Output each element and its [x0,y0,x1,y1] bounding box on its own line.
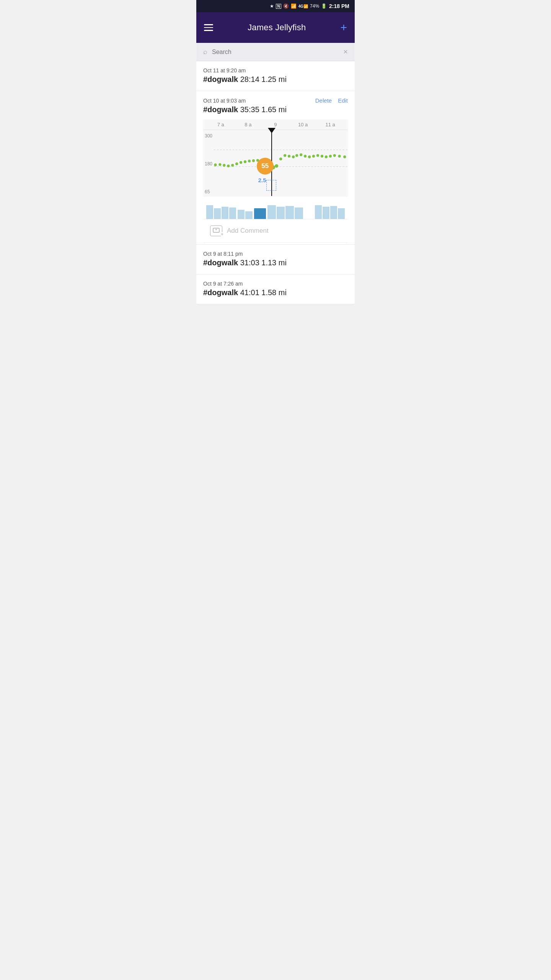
svg-point-8 [240,161,242,164]
battery-icon: 🔋 [321,3,327,9]
comment-svg: + [213,228,220,234]
bar-dark [254,208,266,219]
page-title: James Jellyfish [248,23,306,33]
svg-point-5 [227,165,230,167]
search-bar: ⌕ × [196,43,355,61]
add-comment-label: Add Comment [227,227,269,235]
bar-light [277,207,285,219]
bar-light [229,207,236,219]
chart-body: 300 180 65 [203,132,348,196]
nfc-icon: N [276,4,281,9]
bar-group-3 [254,208,266,219]
activity-title-3: #dogwalk 31:03 1.13 mi [203,258,348,267]
search-input[interactable] [212,49,339,56]
svg-point-7 [235,162,238,165]
activity-date-4: Oct 9 at 7:26 am [203,281,243,287]
activity-tag-4: #dogwalk [203,288,238,297]
wifi-icon: 📶 [291,3,297,9]
cursor-dashed-box [266,180,276,191]
activity-date: Oct 11 at 9:20 am [203,67,246,74]
svg-point-26 [312,155,315,157]
activity-tag-2: #dogwalk [203,105,238,114]
hamburger-line-1 [204,24,213,25]
signal-icon: 4G📶 [298,4,308,8]
edit-button[interactable]: Edit [338,97,348,104]
svg-text:+: + [215,228,217,232]
bar-light [214,208,221,219]
svg-point-20 [288,155,290,157]
activity-tag-3: #dogwalk [203,258,238,267]
svg-point-31 [333,154,336,157]
battery-percent: 74% [310,3,319,9]
bar-light [222,207,228,219]
activity-item-4: Oct 9 at 7:26 am #dogwalk 41:01 1.58 mi [196,274,355,304]
svg-point-19 [284,154,286,157]
comment-icon: + [210,225,222,236]
activity-list: Oct 11 at 9:20 am #dogwalk 28:14 1.25 mi… [196,61,355,304]
svg-point-2 [214,163,217,166]
bar-light [238,210,245,219]
bar-light [330,206,337,219]
activity-duration-3: 31:03 [240,258,262,267]
activity-duration: 28:14 [240,75,262,83]
svg-point-21 [292,155,295,158]
svg-point-23 [300,154,302,156]
x-label-7a: 7 a [207,122,235,127]
status-time: 2:18 PM [329,3,349,9]
bar-light [285,206,294,219]
x-label-9: 9 [262,122,289,127]
svg-point-9 [244,160,246,163]
clear-search-button[interactable]: × [343,47,348,56]
bar-group-2 [238,210,253,219]
svg-point-29 [325,155,328,158]
y-label-65: 65 [205,189,212,194]
bar-light [206,205,213,219]
hamburger-line-2 [204,27,213,28]
activity-item-3: Oct 9 at 8:11 pm #dogwalk 31:03 1.13 mi [196,245,355,274]
search-icon: ⌕ [203,48,207,56]
status-icons: ★ N 🔇 📶 4G📶 74% 🔋 [270,3,327,9]
activity-date-3: Oct 9 at 8:11 pm [203,251,243,257]
bar-light [267,205,276,219]
activity-distance: 1.25 mi [261,75,287,83]
app-header: James Jellyfish + [196,12,355,43]
bar-light [315,205,322,219]
activity-item: Oct 11 at 9:20 am #dogwalk 28:14 1.25 mi [196,61,355,91]
activity-title: #dogwalk 28:14 1.25 mi [203,75,348,84]
bottom-bars [203,197,348,219]
menu-button[interactable] [204,24,213,31]
activity-actions: Delete Edit [315,97,348,104]
chart-x-axis: 7 a 8 a 9 10 a 11 a [203,119,348,130]
svg-point-4 [223,164,225,167]
svg-point-28 [321,155,323,157]
add-comment-area[interactable]: + Add Comment [203,219,348,243]
svg-point-24 [304,155,306,157]
status-bar: ★ N 🔇 📶 4G📶 74% 🔋 2:18 PM [196,0,355,12]
cursor-sub-value: 2.5 [258,177,266,183]
x-label-8a: 8 a [235,122,262,127]
svg-point-11 [252,159,255,162]
activity-tag: #dogwalk [203,75,238,83]
bar-light [295,207,303,219]
activity-meta-4: Oct 9 at 7:26 am [203,281,348,287]
bluetooth-icon: ★ [270,3,274,9]
svg-point-22 [295,154,298,157]
activity-title-4: #dogwalk 41:01 1.58 mi [203,288,348,297]
activity-meta: Oct 11 at 9:20 am [203,67,348,74]
bar-light [323,207,329,219]
add-button[interactable]: + [340,22,347,33]
svg-point-18 [279,158,282,160]
activity-duration-4: 41:01 [240,288,262,297]
bar-group-1 [206,205,236,219]
activity-meta-3: Oct 9 at 8:11 pm [203,251,348,257]
x-label-10a: 10 a [289,122,317,127]
svg-point-10 [248,160,251,162]
svg-point-30 [329,155,332,157]
delete-button[interactable]: Delete [315,97,332,104]
activity-distance-3: 1.13 mi [261,258,287,267]
svg-point-33 [343,155,346,158]
svg-point-3 [218,163,221,166]
activity-title-2: #dogwalk 35:35 1.65 mi [203,105,348,114]
bar-group-4 [267,205,303,219]
activity-meta-2: Oct 10 at 9:03 am Delete Edit [203,97,348,104]
